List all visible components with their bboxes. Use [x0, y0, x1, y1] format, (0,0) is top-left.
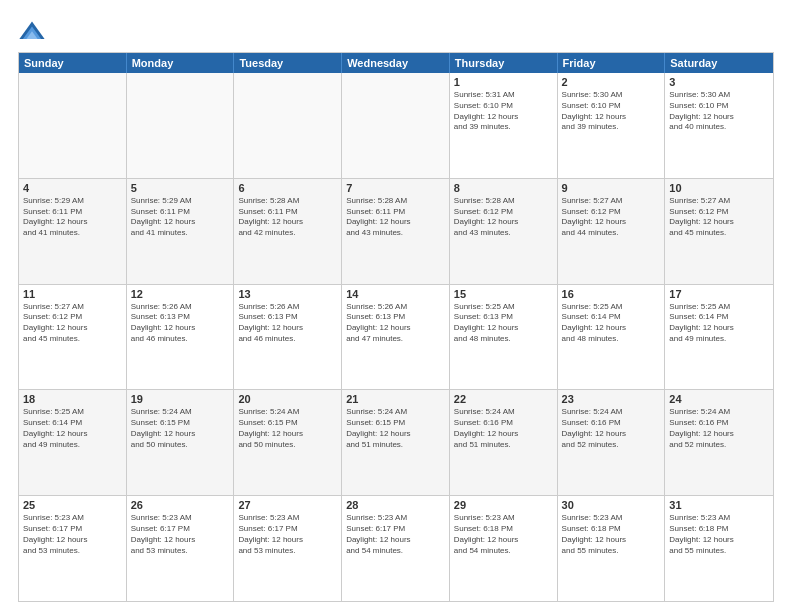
- calendar-cell: 15Sunrise: 5:25 AM Sunset: 6:13 PM Dayli…: [450, 285, 558, 390]
- cell-info: Sunrise: 5:25 AM Sunset: 6:14 PM Dayligh…: [23, 407, 122, 450]
- cell-info: Sunrise: 5:24 AM Sunset: 6:15 PM Dayligh…: [238, 407, 337, 450]
- calendar-cell: 3Sunrise: 5:30 AM Sunset: 6:10 PM Daylig…: [665, 73, 773, 178]
- calendar-cell: 17Sunrise: 5:25 AM Sunset: 6:14 PM Dayli…: [665, 285, 773, 390]
- day-number: 8: [454, 182, 553, 194]
- day-number: 6: [238, 182, 337, 194]
- cell-info: Sunrise: 5:23 AM Sunset: 6:18 PM Dayligh…: [454, 513, 553, 556]
- day-number: 18: [23, 393, 122, 405]
- calendar-cell: 25Sunrise: 5:23 AM Sunset: 6:17 PM Dayli…: [19, 496, 127, 601]
- calendar-cell: 31Sunrise: 5:23 AM Sunset: 6:18 PM Dayli…: [665, 496, 773, 601]
- day-number: 21: [346, 393, 445, 405]
- cell-info: Sunrise: 5:23 AM Sunset: 6:17 PM Dayligh…: [346, 513, 445, 556]
- calendar-cell: 30Sunrise: 5:23 AM Sunset: 6:18 PM Dayli…: [558, 496, 666, 601]
- calendar-cell: 9Sunrise: 5:27 AM Sunset: 6:12 PM Daylig…: [558, 179, 666, 284]
- calendar-cell: 21Sunrise: 5:24 AM Sunset: 6:15 PM Dayli…: [342, 390, 450, 495]
- calendar-cell: 23Sunrise: 5:24 AM Sunset: 6:16 PM Dayli…: [558, 390, 666, 495]
- day-number: 4: [23, 182, 122, 194]
- calendar-cell: 11Sunrise: 5:27 AM Sunset: 6:12 PM Dayli…: [19, 285, 127, 390]
- calendar-cell: 8Sunrise: 5:28 AM Sunset: 6:12 PM Daylig…: [450, 179, 558, 284]
- cell-info: Sunrise: 5:25 AM Sunset: 6:14 PM Dayligh…: [562, 302, 661, 345]
- calendar-cell: 27Sunrise: 5:23 AM Sunset: 6:17 PM Dayli…: [234, 496, 342, 601]
- calendar-row: 4Sunrise: 5:29 AM Sunset: 6:11 PM Daylig…: [19, 178, 773, 284]
- day-number: 5: [131, 182, 230, 194]
- logo-icon: [18, 18, 46, 46]
- calendar-cell: 16Sunrise: 5:25 AM Sunset: 6:14 PM Dayli…: [558, 285, 666, 390]
- day-number: 24: [669, 393, 769, 405]
- cell-info: Sunrise: 5:23 AM Sunset: 6:18 PM Dayligh…: [669, 513, 769, 556]
- day-number: 30: [562, 499, 661, 511]
- calendar-row: 1Sunrise: 5:31 AM Sunset: 6:10 PM Daylig…: [19, 73, 773, 178]
- cal-header-day: Saturday: [665, 53, 773, 73]
- cal-header-day: Friday: [558, 53, 666, 73]
- page: SundayMondayTuesdayWednesdayThursdayFrid…: [0, 0, 792, 612]
- cell-info: Sunrise: 5:28 AM Sunset: 6:11 PM Dayligh…: [346, 196, 445, 239]
- cal-header-day: Sunday: [19, 53, 127, 73]
- day-number: 23: [562, 393, 661, 405]
- cell-info: Sunrise: 5:26 AM Sunset: 6:13 PM Dayligh…: [131, 302, 230, 345]
- cell-info: Sunrise: 5:24 AM Sunset: 6:15 PM Dayligh…: [131, 407, 230, 450]
- day-number: 13: [238, 288, 337, 300]
- cell-info: Sunrise: 5:24 AM Sunset: 6:16 PM Dayligh…: [562, 407, 661, 450]
- calendar-cell: 10Sunrise: 5:27 AM Sunset: 6:12 PM Dayli…: [665, 179, 773, 284]
- day-number: 27: [238, 499, 337, 511]
- cell-info: Sunrise: 5:25 AM Sunset: 6:13 PM Dayligh…: [454, 302, 553, 345]
- calendar-row: 18Sunrise: 5:25 AM Sunset: 6:14 PM Dayli…: [19, 389, 773, 495]
- cell-info: Sunrise: 5:28 AM Sunset: 6:11 PM Dayligh…: [238, 196, 337, 239]
- day-number: 15: [454, 288, 553, 300]
- calendar-cell: 6Sunrise: 5:28 AM Sunset: 6:11 PM Daylig…: [234, 179, 342, 284]
- day-number: 9: [562, 182, 661, 194]
- cell-info: Sunrise: 5:26 AM Sunset: 6:13 PM Dayligh…: [346, 302, 445, 345]
- cell-info: Sunrise: 5:27 AM Sunset: 6:12 PM Dayligh…: [23, 302, 122, 345]
- day-number: 1: [454, 76, 553, 88]
- cell-info: Sunrise: 5:27 AM Sunset: 6:12 PM Dayligh…: [669, 196, 769, 239]
- calendar-cell: 26Sunrise: 5:23 AM Sunset: 6:17 PM Dayli…: [127, 496, 235, 601]
- cell-info: Sunrise: 5:23 AM Sunset: 6:18 PM Dayligh…: [562, 513, 661, 556]
- day-number: 14: [346, 288, 445, 300]
- calendar-row: 11Sunrise: 5:27 AM Sunset: 6:12 PM Dayli…: [19, 284, 773, 390]
- cell-info: Sunrise: 5:24 AM Sunset: 6:16 PM Dayligh…: [454, 407, 553, 450]
- calendar-header: SundayMondayTuesdayWednesdayThursdayFrid…: [19, 53, 773, 73]
- calendar: SundayMondayTuesdayWednesdayThursdayFrid…: [18, 52, 774, 602]
- cell-info: Sunrise: 5:30 AM Sunset: 6:10 PM Dayligh…: [562, 90, 661, 133]
- day-number: 29: [454, 499, 553, 511]
- calendar-row: 25Sunrise: 5:23 AM Sunset: 6:17 PM Dayli…: [19, 495, 773, 601]
- calendar-body: 1Sunrise: 5:31 AM Sunset: 6:10 PM Daylig…: [19, 73, 773, 601]
- day-number: 20: [238, 393, 337, 405]
- day-number: 31: [669, 499, 769, 511]
- cell-info: Sunrise: 5:25 AM Sunset: 6:14 PM Dayligh…: [669, 302, 769, 345]
- day-number: 28: [346, 499, 445, 511]
- cal-header-day: Thursday: [450, 53, 558, 73]
- calendar-cell: 28Sunrise: 5:23 AM Sunset: 6:17 PM Dayli…: [342, 496, 450, 601]
- cell-info: Sunrise: 5:28 AM Sunset: 6:12 PM Dayligh…: [454, 196, 553, 239]
- calendar-cell: 29Sunrise: 5:23 AM Sunset: 6:18 PM Dayli…: [450, 496, 558, 601]
- header: [18, 18, 774, 46]
- day-number: 19: [131, 393, 230, 405]
- calendar-cell: 13Sunrise: 5:26 AM Sunset: 6:13 PM Dayli…: [234, 285, 342, 390]
- day-number: 12: [131, 288, 230, 300]
- calendar-cell: 24Sunrise: 5:24 AM Sunset: 6:16 PM Dayli…: [665, 390, 773, 495]
- day-number: 22: [454, 393, 553, 405]
- cal-header-day: Monday: [127, 53, 235, 73]
- calendar-cell: 18Sunrise: 5:25 AM Sunset: 6:14 PM Dayli…: [19, 390, 127, 495]
- day-number: 11: [23, 288, 122, 300]
- cal-header-day: Tuesday: [234, 53, 342, 73]
- cell-info: Sunrise: 5:23 AM Sunset: 6:17 PM Dayligh…: [238, 513, 337, 556]
- day-number: 3: [669, 76, 769, 88]
- day-number: 2: [562, 76, 661, 88]
- day-number: 7: [346, 182, 445, 194]
- day-number: 17: [669, 288, 769, 300]
- cal-header-day: Wednesday: [342, 53, 450, 73]
- calendar-cell: 1Sunrise: 5:31 AM Sunset: 6:10 PM Daylig…: [450, 73, 558, 178]
- calendar-cell: [234, 73, 342, 178]
- cell-info: Sunrise: 5:27 AM Sunset: 6:12 PM Dayligh…: [562, 196, 661, 239]
- cell-info: Sunrise: 5:30 AM Sunset: 6:10 PM Dayligh…: [669, 90, 769, 133]
- logo: [18, 18, 50, 46]
- calendar-cell: 19Sunrise: 5:24 AM Sunset: 6:15 PM Dayli…: [127, 390, 235, 495]
- calendar-cell: 5Sunrise: 5:29 AM Sunset: 6:11 PM Daylig…: [127, 179, 235, 284]
- calendar-cell: [342, 73, 450, 178]
- calendar-cell: 2Sunrise: 5:30 AM Sunset: 6:10 PM Daylig…: [558, 73, 666, 178]
- calendar-cell: 20Sunrise: 5:24 AM Sunset: 6:15 PM Dayli…: [234, 390, 342, 495]
- day-number: 25: [23, 499, 122, 511]
- day-number: 26: [131, 499, 230, 511]
- cell-info: Sunrise: 5:23 AM Sunset: 6:17 PM Dayligh…: [23, 513, 122, 556]
